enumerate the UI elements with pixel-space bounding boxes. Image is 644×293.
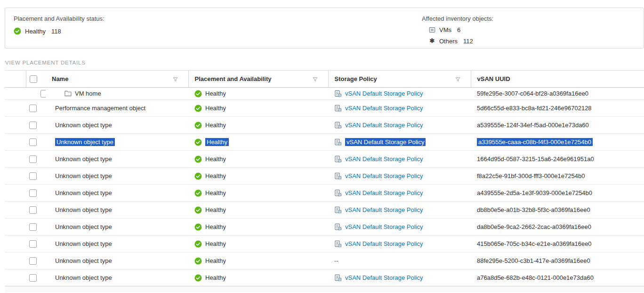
filter-icon[interactable] (313, 76, 318, 83)
table-row[interactable]: Unknown object type Healthy vSAN Default… (5, 236, 644, 252)
column-header-placement-and-availability[interactable]: Placement and Availability (188, 71, 328, 88)
cell-uuid: a76a8d5e-682b-e48c-0121-000e1e73da60 (471, 269, 644, 286)
cell-status: Healthy (188, 88, 328, 100)
row-checkbox[interactable] (29, 206, 37, 214)
healthy-check-icon (194, 240, 202, 248)
cell-status-text: Healthy (205, 105, 226, 112)
cell-storage-policy: vSAN Default Storage Policy (328, 100, 471, 117)
row-checkbox[interactable] (29, 274, 37, 282)
cell-checkbox (26, 117, 46, 134)
column-header-name[interactable]: Name (46, 71, 188, 88)
storage-policy-link[interactable]: vSAN Default Storage Policy (345, 90, 423, 97)
row-checkbox[interactable] (40, 90, 46, 98)
column-label: Placement and Availability (195, 75, 272, 82)
cell-caret (5, 236, 26, 252)
cell-status: Healthy (188, 100, 328, 117)
grid-footer (5, 286, 644, 292)
cell-status: Healthy (188, 236, 328, 252)
row-checkbox[interactable] (29, 223, 37, 231)
cell-storage-policy: vSAN Default Storage Policy (328, 168, 471, 185)
storage-policy-link[interactable]: vSAN Default Storage Policy (345, 172, 423, 179)
table-row[interactable]: Unknown object type Healthy vSAN Default… (5, 185, 644, 202)
storage-policy-icon (334, 105, 342, 112)
row-checkbox[interactable] (29, 257, 37, 265)
cell-caret (5, 219, 26, 236)
healthy-check-icon (194, 90, 202, 98)
filter-icon[interactable] (455, 76, 460, 83)
cell-uuid-text: a339555e-caaa-c08b-f4f3-000e1e7254b0 (477, 138, 593, 146)
row-checkbox[interactable] (29, 138, 37, 146)
grid-body: VM home Healthy vSAN Default Storage Pol… (5, 88, 644, 286)
cell-name: Unknown object type (46, 151, 188, 168)
table-row[interactable]: Unknown object type Healthy -- 88fe295e-… (5, 252, 644, 269)
placement-details-grid: Name Placement and Availability Storage … (5, 70, 644, 286)
row-checkbox[interactable] (29, 105, 37, 112)
status-count: 118 (51, 28, 61, 35)
storage-policy-link[interactable]: vSAN Default Storage Policy (345, 138, 426, 146)
table-row[interactable]: Unknown object type Healthy vSAN Default… (5, 219, 644, 236)
status-value: Healthy (25, 28, 46, 35)
storage-policy-link[interactable]: vSAN Default Storage Policy (345, 122, 423, 129)
storage-policy-link[interactable]: vSAN Default Storage Policy (345, 189, 423, 196)
caret-column-header (5, 71, 26, 88)
column-header-vsan-uuid[interactable]: vSAN UUID (471, 71, 644, 88)
cell-name: VM home (46, 88, 188, 100)
cell-uuid: 5d66c55d-e833-bc8a-fd21-246e96702128 (471, 100, 644, 117)
cell-storage-policy: vSAN Default Storage Policy (328, 219, 471, 236)
cell-uuid: 415b065e-705c-b34c-e21e-a0369fa16ee0 (471, 236, 644, 252)
cell-uuid-text: 5d66c55d-e833-bc8a-fd21-246e96702128 (477, 105, 592, 112)
storage-policy-link[interactable]: vSAN Default Storage Policy (345, 206, 423, 213)
table-row[interactable]: Unknown object type Healthy vSAN Default… (5, 269, 644, 286)
storage-policy-icon (334, 274, 342, 281)
cell-uuid-text: 1664d95d-0587-3215-15a6-246e961951a0 (477, 155, 594, 163)
storage-policy-icon (334, 206, 342, 213)
cell-caret (5, 117, 26, 134)
healthy-check-icon (194, 274, 202, 282)
column-header-storage-policy[interactable]: Storage Policy (328, 71, 471, 88)
row-checkbox[interactable] (29, 189, 37, 197)
table-row[interactable]: Unknown object type Healthy vSAN Default… (5, 151, 644, 168)
cell-checkbox (26, 185, 46, 202)
healthy-check-icon (194, 138, 202, 146)
select-all-checkbox[interactable] (30, 75, 37, 83)
filter-icon[interactable] (173, 76, 178, 83)
row-checkbox[interactable] (29, 240, 37, 248)
cell-name: Unknown object type (46, 269, 188, 286)
table-row[interactable]: Unknown object type Healthy vSAN Default… (5, 134, 644, 151)
cell-uuid: 88fe295e-5200-c3b1-417e-a0369fa16ee0 (471, 252, 644, 269)
affected-others-row: ✱ Others 112 (429, 37, 493, 45)
cell-name: Unknown object type (46, 202, 188, 219)
cell-name: Unknown object type (46, 236, 188, 252)
header-row: Name Placement and Availability Storage … (5, 71, 644, 88)
cell-caret (5, 151, 26, 168)
cell-uuid: a439555e-2d5a-1e3f-9039-000e1e7254b0 (471, 185, 644, 202)
storage-policy-link[interactable]: vSAN Default Storage Policy (345, 223, 423, 230)
storage-policy-link[interactable]: vSAN Default Storage Policy (345, 155, 423, 163)
row-checkbox[interactable] (29, 172, 37, 180)
cell-storage-policy: vSAN Default Storage Policy (328, 185, 471, 202)
table-row[interactable]: VM home Healthy vSAN Default Storage Pol… (5, 88, 644, 100)
affected-others-count: 112 (463, 38, 473, 45)
cell-status: Healthy (188, 185, 328, 202)
cell-status-text: Healthy (205, 274, 226, 281)
cell-name-text: Unknown object type (55, 206, 112, 213)
cell-checkbox (26, 151, 46, 168)
cell-caret (5, 185, 26, 202)
table-row[interactable]: Unknown object type Healthy vSAN Default… (5, 168, 644, 185)
cell-status: Healthy (188, 134, 328, 151)
row-checkbox[interactable] (29, 122, 37, 129)
select-all-column-header (26, 71, 46, 88)
cell-status: Healthy (188, 168, 328, 185)
status-section-label: Placement and Availability status: (14, 15, 644, 22)
storage-policy-link[interactable]: vSAN Default Storage Policy (345, 274, 423, 281)
storage-policy-link[interactable]: vSAN Default Storage Policy (345, 105, 423, 112)
cell-uuid-text: a539555e-124f-34ef-f5ad-000e1e73da60 (477, 122, 589, 129)
cell-checkbox (26, 134, 46, 151)
table-row[interactable]: Unknown object type Healthy vSAN Default… (5, 117, 644, 134)
row-checkbox[interactable] (29, 155, 37, 163)
table-row[interactable]: Unknown object type Healthy vSAN Default… (5, 202, 644, 219)
table-row[interactable]: Performance management object Healthy vS… (5, 100, 644, 117)
vm-icon (429, 27, 435, 33)
storage-policy-icon (334, 240, 342, 247)
storage-policy-link[interactable]: vSAN Default Storage Policy (345, 240, 423, 247)
